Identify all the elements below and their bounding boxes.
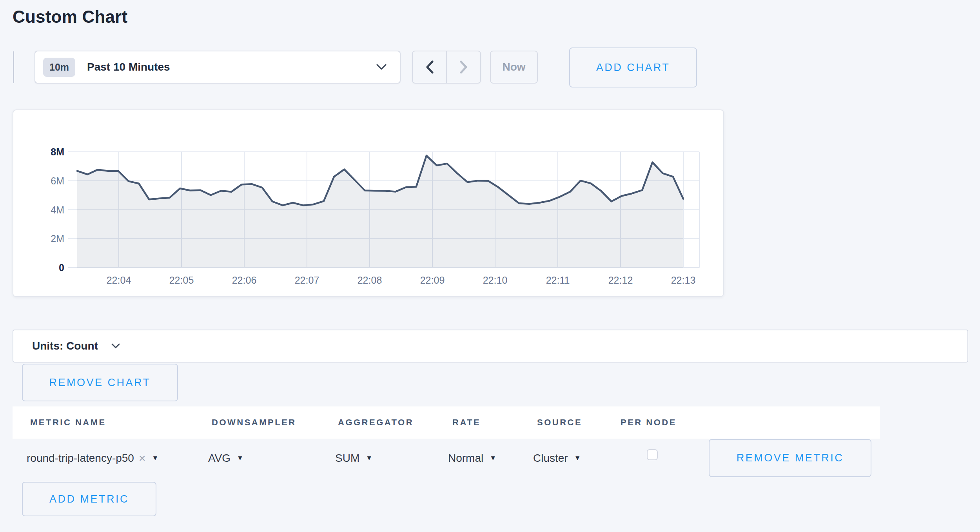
metric-name-value: round-trip-latency-p50	[27, 452, 134, 465]
column-header-metric-name: METRIC NAME	[30, 417, 106, 428]
chart-area-series	[77, 156, 683, 268]
column-header-downsampler: DOWNSAMPLER	[212, 417, 296, 428]
downsampler-value: AVG	[208, 452, 230, 465]
svg-text:22:07: 22:07	[295, 275, 319, 286]
column-header-rate: RATE	[452, 417, 481, 428]
svg-text:22:08: 22:08	[358, 275, 382, 286]
svg-text:22:12: 22:12	[608, 275, 633, 286]
svg-text:22:13: 22:13	[671, 275, 696, 286]
per-node-checkbox[interactable]	[647, 449, 658, 460]
caret-down-icon: ▼	[490, 454, 496, 462]
time-range-badge: 10m	[43, 58, 75, 77]
source-select[interactable]: Cluster ▼	[533, 447, 581, 469]
svg-text:22:05: 22:05	[169, 275, 194, 286]
svg-text:0: 0	[59, 262, 64, 273]
chart-y-axis-labels: 8M6M4M2M0	[51, 146, 64, 273]
svg-text:22:09: 22:09	[420, 275, 445, 286]
caret-down-icon: ▼	[152, 454, 158, 462]
clear-metric-icon[interactable]: ×	[139, 452, 146, 465]
units-dropdown[interactable]: Units: Count	[13, 330, 968, 363]
custom-chart-page: Custom Chart 10m Past 10 Minutes Now ADD…	[0, 0, 980, 532]
prev-time-button[interactable]	[413, 51, 446, 83]
chart-x-axis-labels: 22:0422:0522:0622:0722:0822:0922:1022:11…	[107, 275, 696, 286]
svg-text:8M: 8M	[51, 146, 64, 157]
svg-text:6M: 6M	[51, 175, 64, 186]
svg-text:22:11: 22:11	[546, 275, 570, 286]
time-range-select[interactable]: 10m Past 10 Minutes	[34, 51, 401, 84]
source-value: Cluster	[533, 452, 568, 465]
time-range-label: Past 10 Minutes	[87, 61, 376, 73]
svg-text:4M: 4M	[51, 204, 64, 215]
caret-down-icon: ▼	[237, 454, 243, 462]
svg-text:2M: 2M	[51, 233, 64, 244]
chart-card: 8M6M4M2M0 22:0422:0522:0622:0722:0822:09…	[13, 109, 724, 297]
next-time-button[interactable]	[446, 51, 480, 83]
time-nav-group	[412, 51, 481, 84]
add-metric-button[interactable]: ADD METRIC	[22, 482, 156, 516]
column-header-source: SOURCE	[537, 417, 582, 428]
remove-chart-button[interactable]: REMOVE CHART	[22, 364, 178, 401]
metric-name-select[interactable]: round-trip-latency-p50 × ▼	[27, 447, 158, 469]
units-label: Units: Count	[32, 340, 98, 352]
caret-down-icon: ▼	[366, 454, 372, 462]
chevron-down-icon	[111, 343, 120, 349]
now-button[interactable]: Now	[490, 51, 538, 84]
chevron-down-icon	[376, 64, 387, 70]
aggregator-value: SUM	[335, 452, 359, 465]
column-header-aggregator: AGGREGATOR	[338, 417, 414, 428]
rate-select[interactable]: Normal ▼	[448, 447, 496, 469]
chevron-left-icon	[426, 60, 434, 74]
caret-down-icon: ▼	[574, 454, 581, 462]
svg-text:22:04: 22:04	[107, 275, 131, 286]
aggregator-select[interactable]: SUM ▼	[335, 447, 372, 469]
rate-value: Normal	[448, 452, 483, 465]
add-chart-button[interactable]: ADD CHART	[569, 47, 697, 87]
svg-text:22:10: 22:10	[483, 275, 508, 286]
downsampler-select[interactable]: AVG ▼	[208, 447, 243, 469]
toolbar-left-rule	[13, 51, 14, 83]
remove-metric-button[interactable]: REMOVE METRIC	[709, 439, 871, 477]
page-title: Custom Chart	[13, 7, 127, 27]
chart-canvas[interactable]: 8M6M4M2M0 22:0422:0522:0622:0722:0822:09…	[13, 110, 723, 296]
chevron-right-icon	[460, 60, 468, 74]
column-header-per-node: PER NODE	[621, 417, 677, 428]
svg-text:22:06: 22:06	[232, 275, 257, 286]
metrics-table-header	[13, 406, 880, 439]
